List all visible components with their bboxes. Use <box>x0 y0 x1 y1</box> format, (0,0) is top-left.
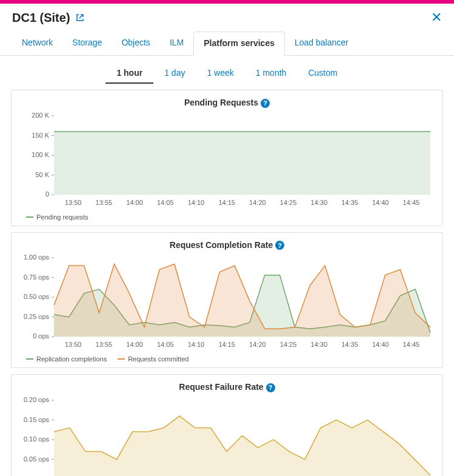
main-tabs: NetworkStorageObjectsILMPlatform service… <box>0 32 454 56</box>
svg-text:50 K: 50 K <box>35 170 49 178</box>
svg-text:14:20: 14:20 <box>249 341 266 348</box>
svg-text:14:05: 14:05 <box>157 199 174 206</box>
help-icon[interactable]: ? <box>266 383 275 392</box>
legend-label: Pending requests <box>36 213 88 221</box>
svg-text:14:05: 14:05 <box>157 341 174 348</box>
help-icon[interactable]: ? <box>261 99 270 108</box>
svg-text:0.75 ops: 0.75 ops <box>24 273 50 281</box>
tab-storage[interactable]: Storage <box>62 32 112 55</box>
tab-platform-services[interactable]: Platform services <box>193 32 285 56</box>
legend-item: Requests committed <box>118 355 189 363</box>
chart-plot: 0 ops0.25 ops0.50 ops0.75 ops1.00 ops13:… <box>18 255 436 352</box>
panel-header: DC1 (Site) ✕ <box>0 4 454 29</box>
range-1-day[interactable]: 1 day <box>153 63 196 84</box>
tab-load-balancer[interactable]: Load balancer <box>285 32 358 55</box>
svg-text:0.15 ops: 0.15 ops <box>24 415 50 423</box>
legend-item: Pending requests <box>26 213 88 221</box>
tab-network[interactable]: Network <box>12 32 62 55</box>
open-external-icon[interactable] <box>75 13 85 22</box>
chart-legend: Replication completionsRequests committe… <box>26 355 436 363</box>
svg-text:13:55: 13:55 <box>96 341 113 348</box>
chart-card-1: Request Completion Rate?0 ops0.25 ops0.5… <box>11 232 443 369</box>
svg-text:200 K: 200 K <box>32 113 49 119</box>
svg-text:14:25: 14:25 <box>280 341 297 348</box>
svg-text:14:15: 14:15 <box>218 199 235 206</box>
range-1-month[interactable]: 1 month <box>245 63 298 84</box>
svg-text:14:30: 14:30 <box>311 341 328 348</box>
range-1-hour[interactable]: 1 hour <box>105 63 153 84</box>
svg-text:14:10: 14:10 <box>188 199 205 206</box>
svg-text:14:45: 14:45 <box>403 341 420 348</box>
chart-legend: Pending requests <box>26 213 436 221</box>
svg-text:0.20 ops: 0.20 ops <box>24 397 50 403</box>
svg-text:14:45: 14:45 <box>403 199 420 206</box>
svg-text:0: 0 <box>45 190 49 198</box>
chart-plot: 050 K100 K150 K200 K13:5013:5514:0014:05… <box>18 113 436 210</box>
legend-swatch <box>26 358 33 360</box>
svg-text:0.10 ops: 0.10 ops <box>24 435 50 443</box>
svg-text:0.50 ops: 0.50 ops <box>24 293 50 300</box>
svg-text:13:50: 13:50 <box>65 341 82 348</box>
svg-text:14:15: 14:15 <box>218 341 235 348</box>
svg-text:13:55: 13:55 <box>96 199 113 206</box>
chart-title: Pending Requests? <box>18 98 436 108</box>
svg-text:14:35: 14:35 <box>341 341 358 348</box>
svg-text:13:50: 13:50 <box>65 199 82 206</box>
svg-text:14:00: 14:00 <box>126 341 143 348</box>
legend-label: Requests committed <box>128 355 189 363</box>
svg-text:0.25 ops: 0.25 ops <box>24 313 50 320</box>
page-title: DC1 (Site) <box>12 11 70 25</box>
range-custom[interactable]: Custom <box>297 63 348 84</box>
legend-item: Replication completions <box>26 355 107 363</box>
svg-text:14:40: 14:40 <box>372 341 389 348</box>
svg-text:14:40: 14:40 <box>372 199 389 206</box>
time-range-selector: 1 hour1 day1 week1 monthCustom <box>0 63 454 84</box>
svg-text:14:30: 14:30 <box>311 199 328 206</box>
svg-text:150 K: 150 K <box>32 131 49 138</box>
chart-card-2: Request Failure Rate?0 ops0.05 ops0.10 o… <box>11 374 443 476</box>
legend-swatch <box>118 358 125 360</box>
chart-title-text: Request Failure Rate <box>179 382 263 392</box>
legend-label: Replication completions <box>36 355 107 363</box>
range-1-week[interactable]: 1 week <box>196 63 244 84</box>
chart-title-text: Request Completion Rate <box>170 240 273 250</box>
svg-text:14:10: 14:10 <box>188 341 205 348</box>
svg-text:14:35: 14:35 <box>341 199 358 206</box>
svg-text:0.05 ops: 0.05 ops <box>24 455 50 463</box>
svg-text:100 K: 100 K <box>32 151 49 158</box>
svg-text:14:20: 14:20 <box>249 199 266 206</box>
svg-text:1.00 ops: 1.00 ops <box>24 255 50 261</box>
close-icon[interactable]: ✕ <box>431 10 442 25</box>
svg-text:0 ops: 0 ops <box>33 332 49 340</box>
tab-ilm[interactable]: ILM <box>160 32 193 55</box>
chart-title: Request Completion Rate? <box>18 240 436 250</box>
chart-title: Request Failure Rate? <box>18 382 436 392</box>
svg-text:14:25: 14:25 <box>280 199 297 206</box>
tab-objects[interactable]: Objects <box>112 32 159 55</box>
chart-plot: 0 ops0.05 ops0.10 ops0.15 ops0.20 ops13:… <box>18 397 436 476</box>
svg-text:14:00: 14:00 <box>126 199 143 206</box>
legend-swatch <box>26 216 33 218</box>
help-icon[interactable]: ? <box>275 241 284 250</box>
chart-title-text: Pending Requests <box>184 98 258 107</box>
chart-card-0: Pending Requests?050 K100 K150 K200 K13:… <box>11 90 443 226</box>
